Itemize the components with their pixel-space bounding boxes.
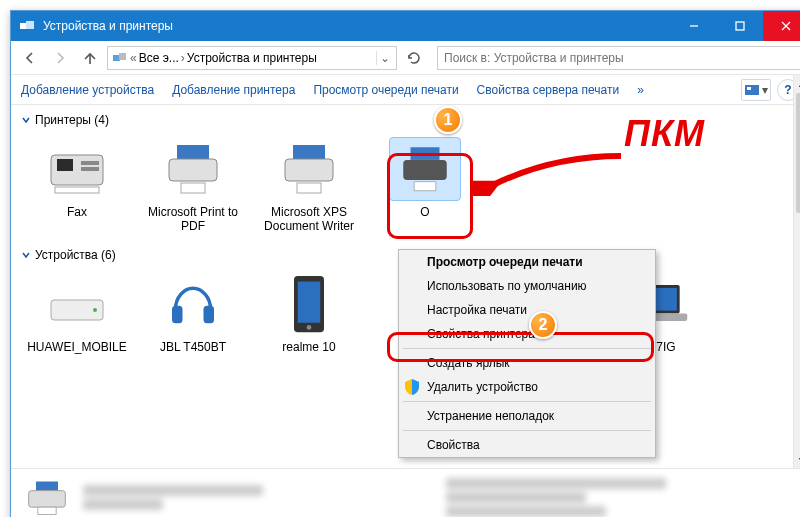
svg-rect-17 bbox=[169, 159, 217, 181]
svg-rect-28 bbox=[204, 306, 215, 324]
details-pane bbox=[11, 468, 800, 517]
device-label: JBL T450BT bbox=[139, 340, 247, 354]
details-text bbox=[446, 475, 795, 517]
printer-icon bbox=[389, 137, 461, 201]
toolbar-view-queue[interactable]: Просмотр очереди печати bbox=[313, 83, 458, 97]
svg-rect-16 bbox=[177, 145, 209, 159]
device-item-xps[interactable]: Microsoft XPS Document Writer bbox=[253, 133, 365, 238]
annotation-label: ПКМ bbox=[624, 113, 705, 155]
toolbar-more[interactable]: » bbox=[637, 83, 644, 97]
svg-rect-14 bbox=[81, 167, 99, 171]
printer-icon bbox=[273, 137, 345, 201]
svg-rect-12 bbox=[57, 159, 73, 171]
address-bar[interactable]: « Все э... › Устройства и принтеры ⌄ bbox=[107, 46, 397, 70]
svg-point-26 bbox=[93, 308, 97, 312]
vertical-scrollbar[interactable]: ▴ ▾ bbox=[793, 75, 800, 468]
menu-troubleshoot[interactable]: Устранение неполадок bbox=[399, 404, 655, 428]
device-label: Fax bbox=[23, 205, 131, 219]
window: Устройства и принтеры « Все э... › Устро… bbox=[10, 10, 800, 517]
menu-separator bbox=[403, 430, 651, 431]
svg-rect-22 bbox=[411, 147, 440, 160]
printer-icon bbox=[157, 137, 229, 201]
menu-create-shortcut[interactable]: Создать ярлык bbox=[399, 351, 655, 375]
device-item-realme[interactable]: realme 10 bbox=[253, 268, 365, 358]
device-item-jbl[interactable]: JBL T450BT bbox=[137, 268, 249, 358]
menu-view-queue[interactable]: Просмотр очереди печати bbox=[399, 250, 655, 274]
maximize-button[interactable] bbox=[717, 11, 763, 41]
window-controls bbox=[671, 11, 800, 41]
svg-rect-3 bbox=[736, 22, 744, 30]
back-button[interactable] bbox=[17, 45, 43, 71]
drive-icon bbox=[41, 272, 113, 336]
address-dropdown-icon[interactable]: ⌄ bbox=[376, 51, 392, 65]
svg-rect-19 bbox=[293, 145, 325, 159]
svg-rect-10 bbox=[747, 87, 751, 90]
menu-separator bbox=[403, 401, 651, 402]
device-item-print-pdf[interactable]: Microsoft Print to PDF bbox=[137, 133, 249, 238]
svg-rect-7 bbox=[113, 55, 120, 61]
svg-rect-1 bbox=[26, 21, 34, 29]
annotation-arrow-icon bbox=[471, 146, 631, 196]
breadcrumb-segment[interactable]: Все э... bbox=[139, 51, 179, 65]
menu-item-label: Удалить устройство bbox=[427, 380, 538, 394]
command-toolbar: Добавление устройства Добавление принтер… bbox=[11, 75, 800, 105]
window-title: Устройства и принтеры bbox=[43, 19, 671, 33]
menu-printer-props[interactable]: Свойства принтера bbox=[399, 322, 655, 346]
svg-rect-13 bbox=[81, 161, 99, 165]
context-menu: Просмотр очереди печати Использовать по … bbox=[398, 249, 656, 458]
scroll-up-icon[interactable]: ▴ bbox=[794, 75, 800, 91]
nav-bar: « Все э... › Устройства и принтеры ⌄ bbox=[11, 41, 800, 75]
svg-rect-20 bbox=[285, 159, 333, 181]
device-item-fax[interactable]: Fax bbox=[21, 133, 133, 238]
scroll-thumb[interactable] bbox=[796, 93, 800, 213]
group-title: Устройства (6) bbox=[35, 248, 116, 262]
view-options-button[interactable]: ▾ bbox=[741, 79, 771, 101]
printer-icon bbox=[25, 478, 69, 518]
annotation-step-badge: 2 bbox=[529, 311, 557, 339]
devices-printers-icon bbox=[19, 18, 35, 34]
annotation-step-badge: 1 bbox=[434, 106, 462, 134]
phone-icon bbox=[273, 272, 345, 336]
fax-icon bbox=[41, 137, 113, 201]
device-item-huawei[interactable]: HUAWEI_MOBILE bbox=[21, 268, 133, 358]
minimize-button[interactable] bbox=[671, 11, 717, 41]
search-box[interactable] bbox=[437, 46, 800, 70]
forward-button[interactable] bbox=[47, 45, 73, 71]
svg-rect-27 bbox=[172, 306, 183, 324]
toolbar-add-device[interactable]: Добавление устройства bbox=[21, 83, 154, 97]
device-label: realme 10 bbox=[255, 340, 363, 354]
svg-rect-42 bbox=[38, 507, 56, 514]
menu-remove-device[interactable]: Удалить устройство bbox=[399, 375, 655, 399]
svg-rect-8 bbox=[119, 53, 126, 60]
chevron-icon: « bbox=[130, 51, 137, 65]
uac-shield-icon bbox=[403, 378, 421, 396]
up-button[interactable] bbox=[77, 45, 103, 71]
titlebar: Устройства и принтеры bbox=[11, 11, 800, 41]
menu-properties[interactable]: Свойства bbox=[399, 433, 655, 457]
details-text bbox=[83, 482, 432, 513]
address-icon bbox=[112, 50, 128, 66]
chevron-icon: › bbox=[181, 51, 185, 65]
menu-set-default[interactable]: Использовать по умолчанию bbox=[399, 274, 655, 298]
svg-rect-24 bbox=[414, 182, 436, 191]
device-label: HUAWEI_MOBILE bbox=[23, 340, 131, 354]
toolbar-add-printer[interactable]: Добавление принтера bbox=[172, 83, 295, 97]
device-label: Microsoft XPS Document Writer bbox=[255, 205, 363, 234]
search-input[interactable] bbox=[444, 51, 796, 65]
toolbar-server-props[interactable]: Свойства сервера печати bbox=[477, 83, 620, 97]
device-item-selected-printer[interactable]: O bbox=[369, 133, 481, 238]
svg-rect-30 bbox=[298, 281, 321, 322]
device-label: O bbox=[371, 205, 479, 219]
close-button[interactable] bbox=[763, 11, 800, 41]
svg-rect-23 bbox=[403, 160, 447, 180]
svg-rect-21 bbox=[297, 183, 321, 193]
refresh-button[interactable] bbox=[401, 45, 427, 71]
breadcrumb-segment[interactable]: Устройства и принтеры bbox=[187, 51, 317, 65]
menu-print-prefs[interactable]: Настройка печати bbox=[399, 298, 655, 322]
device-label: Microsoft Print to PDF bbox=[139, 205, 247, 234]
scroll-down-icon[interactable]: ▾ bbox=[794, 452, 800, 468]
svg-rect-41 bbox=[29, 490, 66, 507]
svg-point-31 bbox=[307, 325, 312, 330]
menu-separator bbox=[403, 348, 651, 349]
group-title: Принтеры (4) bbox=[35, 113, 109, 127]
